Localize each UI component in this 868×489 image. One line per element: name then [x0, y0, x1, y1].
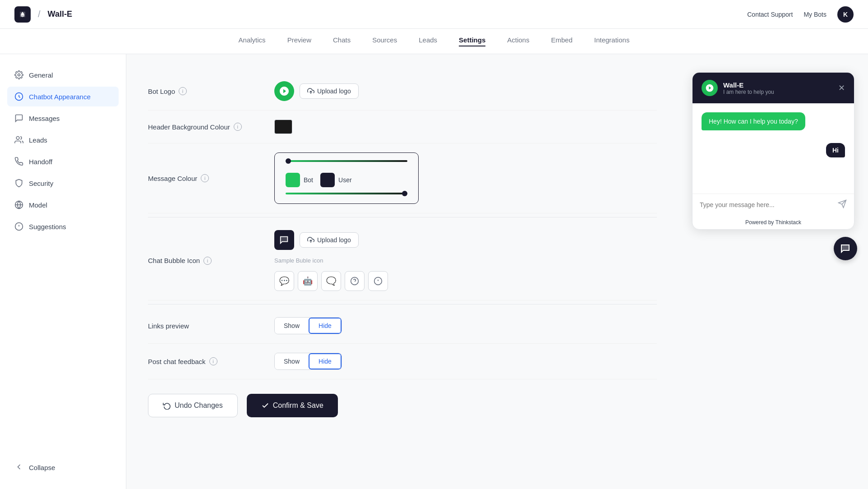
- message-colour-row: Message Colour i Bot: [148, 143, 657, 213]
- bubble-icon-chat1[interactable]: 💬: [274, 271, 294, 291]
- tab-sources[interactable]: Sources: [372, 36, 397, 46]
- sidebar-label-suggestions: Suggestions: [29, 223, 66, 231]
- header-bg-colour-swatch[interactable]: [274, 120, 292, 134]
- header-bg-colour-row: Header Background Colour i: [148, 111, 657, 143]
- slider-dot-user: [402, 191, 407, 196]
- post-chat-feedback-label: Post chat feedback i: [148, 357, 274, 365]
- sidebar: General Chatbot Appearance Messages: [0, 54, 126, 489]
- bubble-icon-chat2[interactable]: 🤖: [298, 271, 318, 291]
- collapse-label: Collapse: [29, 464, 55, 471]
- chat-header-left: Wall-E I am here to help you: [702, 80, 774, 96]
- sidebar-item-chatbot-appearance[interactable]: Chatbot Appearance: [7, 87, 119, 106]
- upload-logo-button[interactable]: Upload logo: [300, 83, 359, 99]
- chat-bot-name: Wall-E: [723, 81, 774, 89]
- user-colour-dot[interactable]: [320, 173, 335, 187]
- header-bg-colour-info-icon[interactable]: i: [234, 123, 242, 131]
- undo-icon: [163, 401, 171, 410]
- app-logo: [14, 6, 31, 23]
- chat-widget: Wall-E I am here to help you ✕ Hey! How …: [692, 72, 854, 230]
- chat-bubble-icon-info-icon[interactable]: i: [203, 257, 212, 265]
- bot-logo-info-icon[interactable]: i: [179, 87, 187, 95]
- confirm-save-button[interactable]: Confirm & Save: [247, 394, 338, 417]
- sidebar-item-general[interactable]: General: [7, 65, 119, 85]
- post-chat-feedback-show-btn[interactable]: Show: [275, 353, 309, 369]
- my-bots-link[interactable]: My Bots: [803, 11, 826, 18]
- undo-changes-button[interactable]: Undo Changes: [148, 394, 238, 417]
- user-colour-item: User: [320, 173, 352, 187]
- sidebar-item-messages[interactable]: Messages: [7, 108, 119, 128]
- sidebar-label-chatbot-appearance: Chatbot Appearance: [29, 93, 91, 101]
- tab-preview[interactable]: Preview: [287, 36, 311, 46]
- sidebar-bottom: Collapse: [7, 457, 119, 478]
- tab-integrations[interactable]: Integrations: [594, 36, 629, 46]
- links-preview-hide-btn[interactable]: Hide: [309, 318, 342, 334]
- bot-message: Hey! How can I help you today?: [702, 112, 845, 130]
- sidebar-label-messages: Messages: [29, 115, 60, 122]
- messages-icon: [14, 114, 23, 123]
- main-layout: General Chatbot Appearance Messages: [0, 54, 868, 489]
- sidebar-label-model: Model: [29, 201, 47, 209]
- bubble-icon-chat4[interactable]: [345, 271, 365, 291]
- chat-footer: [693, 194, 854, 216]
- bubble-icon-options: 💬 🤖 🗨️: [274, 271, 388, 291]
- sidebar-label-leads: Leads: [29, 136, 47, 144]
- chat-close-button[interactable]: ✕: [838, 83, 845, 93]
- suggestions-icon: [14, 222, 23, 231]
- tab-chats[interactable]: Chats: [333, 36, 351, 46]
- header-bg-colour-controls: [274, 120, 657, 134]
- bot-colour-dot[interactable]: [286, 173, 300, 187]
- sidebar-collapse[interactable]: Collapse: [7, 457, 119, 478]
- appearance-icon: [14, 92, 23, 101]
- bot-message-text: Hey! How can I help you today?: [702, 112, 805, 130]
- user-message-container: Hi: [702, 138, 845, 157]
- message-colour-info-icon[interactable]: i: [201, 174, 209, 182]
- svg-point-0: [18, 74, 20, 76]
- colour-slider-bot[interactable]: [286, 160, 407, 162]
- tab-actions[interactable]: Actions: [507, 36, 529, 46]
- contact-support-link[interactable]: Contact Support: [747, 11, 793, 18]
- message-colour-controls: Bot User: [274, 152, 657, 204]
- gear-icon: [14, 70, 23, 79]
- tab-settings[interactable]: Settings: [459, 36, 485, 46]
- sidebar-item-suggestions[interactable]: Suggestions: [7, 217, 119, 236]
- colour-slider-bottom: [286, 193, 407, 196]
- chat-float-button[interactable]: [834, 237, 857, 260]
- header-bg-colour-label: Header Background Colour i: [148, 123, 274, 131]
- post-chat-feedback-toggle: Show Hide: [274, 353, 342, 370]
- sidebar-item-leads[interactable]: Leads: [7, 130, 119, 150]
- handoff-icon: [14, 157, 23, 166]
- sidebar-item-security[interactable]: Security: [7, 173, 119, 193]
- bubble-icon-info[interactable]: [368, 271, 388, 291]
- security-icon: [14, 179, 23, 188]
- post-chat-feedback-row: Post chat feedback i Show Hide: [148, 344, 657, 379]
- upload-bubble-icon: [307, 236, 314, 244]
- post-chat-feedback-hide-btn[interactable]: Hide: [309, 353, 342, 369]
- links-preview-toggle: Show Hide: [274, 317, 342, 334]
- chat-bot-info: Wall-E I am here to help you: [723, 81, 774, 95]
- post-chat-feedback-info-icon[interactable]: i: [209, 357, 217, 365]
- bubble-icon-chat3[interactable]: 🗨️: [321, 271, 341, 291]
- check-icon: [261, 401, 269, 410]
- message-colour-label: Message Colour i: [148, 174, 274, 182]
- tab-embed[interactable]: Embed: [551, 36, 573, 46]
- post-chat-feedback-controls: Show Hide: [274, 353, 657, 370]
- sidebar-item-model[interactable]: Model: [7, 195, 119, 215]
- chat-message-input[interactable]: [700, 201, 834, 208]
- tab-analytics[interactable]: Analytics: [239, 36, 266, 46]
- powered-name: Thinkstack: [776, 219, 801, 226]
- chat-send-button[interactable]: [838, 199, 847, 210]
- chat-bubble-icon-row: Chat Bubble Icon i Upload l: [148, 221, 657, 300]
- bot-logo-row: Bot Logo i Upload logo: [148, 72, 657, 111]
- tab-leads[interactable]: Leads: [419, 36, 437, 46]
- sidebar-item-handoff[interactable]: Handoff: [7, 152, 119, 171]
- user-avatar[interactable]: K: [837, 6, 854, 23]
- chat-bot-subtitle: I am here to help you: [723, 89, 774, 95]
- colour-slider-top: [286, 160, 407, 164]
- chat-preview-area: Wall-E I am here to help you ✕ Hey! How …: [679, 54, 868, 489]
- chat-bubble-current-icon: [274, 230, 294, 250]
- upload-bubble-icon-button[interactable]: Upload logo: [300, 232, 359, 248]
- bot-colour-item: Bot: [286, 173, 313, 187]
- links-preview-show-btn[interactable]: Show: [275, 318, 309, 334]
- colour-slider-user[interactable]: [286, 193, 407, 194]
- sidebar-label-security: Security: [29, 180, 53, 187]
